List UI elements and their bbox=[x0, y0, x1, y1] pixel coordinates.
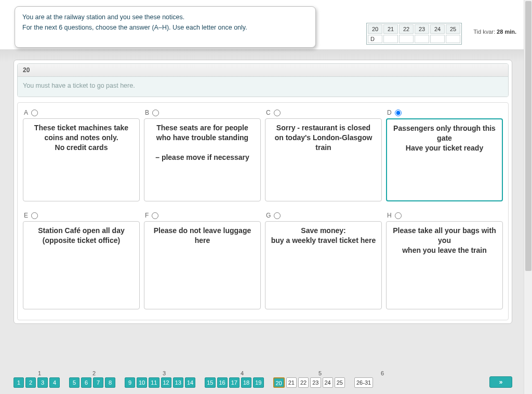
timer-label: Tid kvar: bbox=[473, 29, 495, 35]
option-card[interactable]: Please take all your bags with youwhen y… bbox=[386, 221, 503, 309]
option-radio-H[interactable] bbox=[395, 212, 402, 219]
nav-question-26-31[interactable]: 26-31 bbox=[354, 377, 373, 388]
option-label-row: E bbox=[23, 212, 140, 219]
options-container: AThese ticket machines take coins and no… bbox=[17, 102, 509, 320]
option-E: EStation Café open all day(opposite tick… bbox=[23, 212, 140, 309]
option-letter: D bbox=[387, 109, 392, 116]
option-radio-F[interactable] bbox=[152, 212, 158, 219]
option-card[interactable]: These seats are for people who have trou… bbox=[144, 118, 261, 201]
status-q[interactable]: 24 bbox=[430, 24, 445, 34]
nav-group-label: 1 bbox=[14, 370, 65, 376]
option-label-row: A bbox=[23, 109, 140, 116]
option-letter: F bbox=[145, 212, 149, 219]
option-card[interactable]: These ticket machines take coins and not… bbox=[23, 118, 140, 201]
nav-question-23[interactable]: 23 bbox=[310, 377, 321, 388]
status-q[interactable]: 22 bbox=[399, 24, 414, 34]
nav-group: 91011121314 bbox=[125, 377, 195, 388]
option-card[interactable]: Sorry - restaurant is closedon today's L… bbox=[265, 118, 382, 201]
nav-group: 1516171819 bbox=[205, 377, 263, 388]
nav-question-8[interactable]: 8 bbox=[105, 377, 115, 388]
option-letter: C bbox=[266, 109, 271, 116]
scrollbar-thumb[interactable] bbox=[525, 1, 531, 271]
option-G: GSave money:buy a weekly travel ticket h… bbox=[265, 212, 382, 309]
question-header: 20 You must have a ticket to go past her… bbox=[17, 63, 509, 97]
option-H: HPlease take all your bags with youwhen … bbox=[386, 212, 503, 309]
nav-question-4[interactable]: 4 bbox=[49, 377, 60, 388]
nav-question-1[interactable]: 1 bbox=[14, 377, 24, 388]
option-card[interactable]: Please do not leave luggage here bbox=[144, 221, 261, 309]
option-radio-B[interactable] bbox=[152, 110, 159, 116]
nav-group-label: 2 bbox=[65, 370, 123, 376]
status-a bbox=[430, 35, 445, 43]
nav-question-20[interactable]: 20 bbox=[273, 377, 285, 388]
option-label-row: C bbox=[265, 109, 382, 116]
option-label-row: B bbox=[144, 109, 261, 116]
nav-question-2[interactable]: 2 bbox=[25, 377, 36, 388]
nav-question-19[interactable]: 19 bbox=[253, 377, 263, 388]
option-radio-D[interactable] bbox=[395, 110, 402, 116]
nav-question-13[interactable]: 13 bbox=[173, 377, 183, 388]
nav-question-12[interactable]: 12 bbox=[161, 377, 171, 388]
option-label-row: H bbox=[386, 212, 503, 219]
nav-question-3[interactable]: 3 bbox=[37, 377, 48, 388]
main-panel: 20 You must have a ticket to go past her… bbox=[14, 60, 512, 324]
option-letter: G bbox=[266, 212, 271, 219]
nav-question-6[interactable]: 6 bbox=[81, 377, 91, 388]
option-label-row: G bbox=[265, 212, 382, 219]
nav-question-9[interactable]: 9 bbox=[125, 377, 135, 388]
nav-group-label: 4 bbox=[206, 370, 278, 376]
option-letter: E bbox=[24, 212, 28, 219]
nav-question-14[interactable]: 14 bbox=[185, 377, 195, 388]
scrollbar[interactable] bbox=[524, 0, 532, 394]
status-a bbox=[446, 35, 460, 43]
nav-question-15[interactable]: 15 bbox=[205, 377, 215, 388]
option-radio-E[interactable] bbox=[31, 212, 38, 219]
status-q[interactable]: 20 bbox=[368, 24, 382, 34]
option-D: DPassengers only through this gateHave y… bbox=[386, 109, 503, 201]
chevron-right-icon: » bbox=[499, 378, 503, 386]
status-arow: D bbox=[368, 35, 460, 43]
status-qrow: 20 21 22 23 24 25 bbox=[368, 24, 460, 34]
option-letter: B bbox=[145, 109, 149, 116]
option-radio-C[interactable] bbox=[274, 110, 281, 116]
nav-question-21[interactable]: 21 bbox=[286, 377, 297, 388]
option-letter: H bbox=[387, 212, 392, 219]
status-q[interactable]: 25 bbox=[446, 24, 460, 34]
option-label-row: F bbox=[144, 212, 261, 219]
option-B: BThese seats are for people who have tro… bbox=[144, 109, 261, 201]
nav-question-7[interactable]: 7 bbox=[93, 377, 103, 388]
status-a bbox=[383, 35, 398, 43]
next-button[interactable]: » bbox=[489, 376, 512, 388]
option-F: FPlease do not leave luggage here bbox=[144, 212, 261, 309]
option-card[interactable]: Station Café open all day(opposite ticke… bbox=[23, 221, 140, 309]
status-q[interactable]: 21 bbox=[383, 24, 398, 34]
nav-question-16[interactable]: 16 bbox=[217, 377, 228, 388]
option-radio-G[interactable] bbox=[274, 212, 281, 219]
nav-question-17[interactable]: 17 bbox=[229, 377, 240, 388]
question-text: You must have a ticket to go past here. bbox=[18, 77, 508, 97]
option-label-row: D bbox=[386, 109, 503, 116]
status-q[interactable]: 23 bbox=[415, 24, 429, 34]
nav-group-label: 6 bbox=[362, 370, 403, 376]
nav-question-24[interactable]: 24 bbox=[323, 377, 333, 388]
nav-group: 1234 bbox=[14, 377, 60, 388]
options-grid: AThese ticket machines take coins and no… bbox=[23, 109, 503, 309]
nav-question-11[interactable]: 11 bbox=[149, 377, 159, 388]
status-a: D bbox=[368, 35, 382, 43]
option-C: CSorry - restaurant is closedon today's … bbox=[265, 109, 382, 201]
nav-group: 5678 bbox=[69, 377, 115, 388]
option-radio-A[interactable] bbox=[31, 110, 38, 116]
page-root: You are at the railway station and you s… bbox=[0, 0, 532, 394]
option-card[interactable]: Save money:buy a weekly travel ticket he… bbox=[265, 221, 382, 309]
nav-question-18[interactable]: 18 bbox=[241, 377, 251, 388]
timer: Tid kvar: 28 min. bbox=[473, 29, 516, 35]
answer-status-table: 20 21 22 23 24 25 D bbox=[366, 23, 462, 45]
nav-question-5[interactable]: 5 bbox=[69, 377, 79, 388]
option-card[interactable]: Passengers only through this gateHave yo… bbox=[386, 118, 503, 201]
nav-question-22[interactable]: 22 bbox=[298, 377, 309, 388]
status-a bbox=[415, 35, 429, 43]
instructions-line1: You are at the railway station and you s… bbox=[22, 12, 308, 22]
nav-question-10[interactable]: 10 bbox=[137, 377, 147, 388]
nav-group: 202122232425 bbox=[273, 377, 345, 388]
nav-question-25[interactable]: 25 bbox=[335, 377, 345, 388]
